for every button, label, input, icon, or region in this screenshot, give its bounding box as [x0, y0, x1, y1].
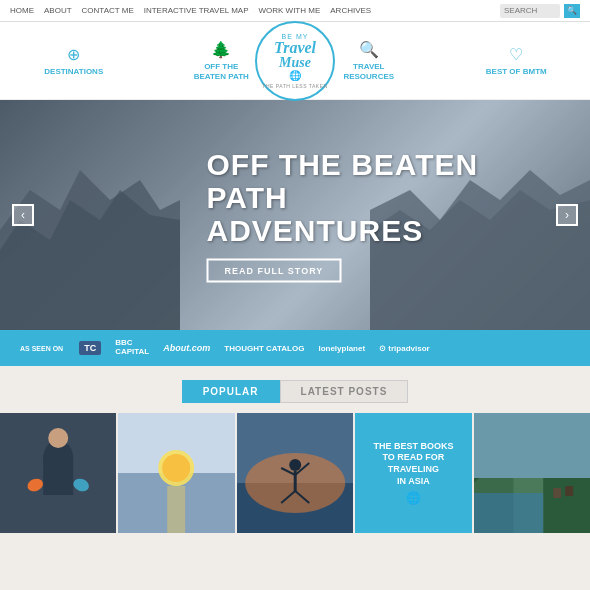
top-nav-links: HOME ABOUT CONTACT ME INTERACTIVE TRAVEL… — [10, 6, 371, 15]
thumb-books-asia[interactable]: THE BEST BOOKS TO READ FOR TRAVELING IN … — [355, 413, 471, 533]
hero-section: ‹ OFF THE BEATEN PATH ADVENTURES READ FU… — [0, 100, 590, 330]
site-logo[interactable]: BE MY Travel Muse 🌐 THE PATH LESS TAKEN — [255, 21, 335, 101]
hero-title: OFF THE BEATEN PATH ADVENTURES — [207, 148, 502, 247]
hero-content: OFF THE BEATEN PATH ADVENTURES READ FULL… — [207, 148, 502, 283]
nav-offbeaten-label: OFF THE BEATEN PATH — [194, 62, 249, 81]
hero-prev-button[interactable]: ‹ — [12, 204, 34, 226]
svg-point-6 — [48, 428, 68, 448]
search-input[interactable] — [500, 4, 560, 18]
tree-icon: 🌲 — [211, 40, 231, 59]
svg-point-18 — [289, 459, 301, 471]
content-tabs: POPULAR LATEST POSTS — [0, 366, 590, 413]
svg-rect-7 — [43, 455, 73, 495]
globe-icon: 🌐 — [289, 70, 301, 81]
thumb-yoga-sunset[interactable] — [237, 413, 353, 533]
svg-rect-28 — [474, 413, 590, 478]
about-logo: About.com — [163, 343, 210, 353]
nav-contact[interactable]: CONTACT ME — [82, 6, 134, 15]
heart-icon: ♡ — [509, 45, 523, 64]
svg-rect-30 — [553, 488, 561, 498]
nav-home[interactable]: HOME — [10, 6, 34, 15]
nav-bestof-label: BEST OF BMTM — [486, 67, 547, 77]
compass-icon: ⊕ — [67, 45, 80, 64]
logo-subtitle: THE PATH LESS TAKEN — [262, 83, 327, 89]
hero-next-button[interactable]: › — [556, 204, 578, 226]
logo-circle: BE MY Travel Muse 🌐 THE PATH LESS TAKEN — [255, 21, 335, 101]
thought-catalog-logo: THOUGHT CATALOG — [224, 344, 304, 353]
as-seen-on-label: AS SEEN ON — [20, 345, 63, 352]
svg-rect-29 — [474, 493, 543, 533]
books-asia-card: THE BEST BOOKS TO READ FOR TRAVELING IN … — [365, 433, 461, 514]
tc-logo: TC — [79, 341, 101, 355]
search-button[interactable]: 🔍 — [564, 4, 580, 18]
bbc-logo: BBC CAPITAL — [115, 339, 149, 357]
hero-title-line2: PATH ADVENTURES — [207, 181, 424, 247]
lonely-planet-logo: lonelyplanet — [318, 344, 365, 353]
latest-posts-tab[interactable]: LATEST POSTS — [280, 380, 409, 403]
chevron-right-icon: › — [565, 208, 569, 222]
search-area: 🔍 — [500, 4, 580, 18]
read-full-story-button[interactable]: READ FULL STORY — [207, 259, 342, 283]
top-navigation: HOME ABOUT CONTACT ME INTERACTIVE TRAVEL… — [0, 0, 590, 22]
nav-resources-label: TRAVEL RESOURCES — [343, 62, 394, 81]
logo-muse: Muse — [279, 56, 311, 70]
chevron-left-icon: ‹ — [21, 208, 25, 222]
svg-rect-14 — [168, 486, 186, 533]
as-seen-on-bar: AS SEEN ON TC BBC CAPITAL About.com THOU… — [0, 330, 590, 366]
thumb-coastal-cliffs[interactable] — [474, 413, 590, 533]
nav-map[interactable]: INTERACTIVE TRAVEL MAP — [144, 6, 249, 15]
globe-card-icon: 🌐 — [373, 491, 453, 505]
svg-rect-31 — [565, 486, 573, 496]
nav-destinations[interactable]: ⊕ DESTINATIONS — [29, 45, 119, 77]
popular-tab[interactable]: POPULAR — [182, 380, 280, 403]
search-nav-icon: 🔍 — [359, 40, 379, 59]
hero-title-line1: OFF THE BEATEN — [207, 148, 479, 181]
nav-offbeaten[interactable]: 🌲 OFF THE BEATEN PATH — [176, 40, 266, 81]
books-asia-title: THE BEST BOOKS TO READ FOR TRAVELING IN … — [373, 441, 453, 488]
nav-archives[interactable]: ARCHIVES — [330, 6, 371, 15]
svg-point-13 — [163, 454, 191, 482]
thumb-sunset-water[interactable] — [118, 413, 234, 533]
nav-work[interactable]: WORK WITH ME — [258, 6, 320, 15]
tripadvisor-logo: ⊙ tripadvisor — [379, 344, 430, 353]
main-navigation: ⊕ DESTINATIONS 🌲 OFF THE BEATEN PATH BE … — [0, 22, 590, 100]
logo-travel: Travel — [274, 40, 316, 56]
nav-about[interactable]: ABOUT — [44, 6, 72, 15]
media-logos-container: TC BBC CAPITAL About.com THOUGHT CATALOG… — [79, 339, 570, 357]
nav-destinations-label: DESTINATIONS — [44, 67, 103, 77]
search-icon: 🔍 — [567, 6, 577, 15]
nav-resources[interactable]: 🔍 TRAVEL RESOURCES — [324, 40, 414, 81]
nav-bestof[interactable]: ♡ BEST OF BMTM — [471, 45, 561, 77]
thumb-woman-mittens[interactable] — [0, 413, 116, 533]
thumbnail-grid: THE BEST BOOKS TO READ FOR TRAVELING IN … — [0, 413, 590, 533]
